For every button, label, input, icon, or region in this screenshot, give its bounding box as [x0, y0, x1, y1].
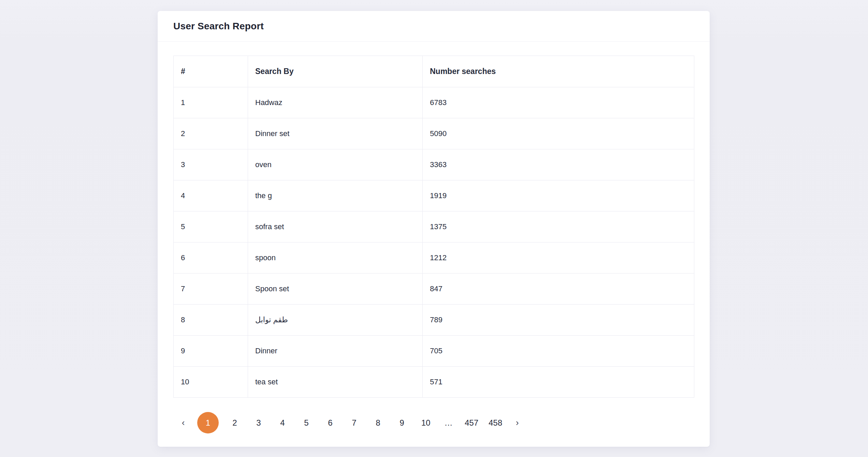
cell-search-term: Dinner set — [248, 118, 423, 149]
cell-number-searches: 1212 — [423, 242, 694, 274]
table-row: 5 sofra set 1375 — [174, 211, 694, 242]
cell-number-searches: 789 — [423, 305, 694, 336]
cell-number-searches: 5090 — [423, 118, 694, 149]
table-body: 1 Hadwaz 6783 2 Dinner set 5090 3 oven 3… — [174, 87, 694, 398]
pagination-page-8[interactable]: 8 — [370, 412, 386, 433]
cell-index: 9 — [174, 336, 248, 367]
table-header-row: # Search By Number searches — [174, 56, 694, 87]
cell-index: 6 — [174, 242, 248, 274]
pagination-page-457[interactable]: 457 — [464, 412, 479, 433]
cell-search-term: oven — [248, 149, 423, 180]
pagination-page-6[interactable]: 6 — [322, 412, 338, 433]
pagination-page-3[interactable]: 3 — [251, 412, 266, 433]
pagination-page-4[interactable]: 4 — [275, 412, 290, 433]
cell-number-searches: 3363 — [423, 149, 694, 180]
pagination-prev-button[interactable]: ‹ — [177, 412, 189, 433]
cell-search-term: sofra set — [248, 211, 423, 242]
cell-search-term: طقم توابل — [248, 305, 423, 336]
cell-search-term: Hadwaz — [248, 87, 423, 118]
table-row: 6 spoon 1212 — [174, 242, 694, 274]
cell-number-searches: 6783 — [423, 87, 694, 118]
cell-index: 4 — [174, 180, 248, 211]
card-header: User Search Report — [158, 11, 710, 42]
pagination-next-button[interactable]: › — [511, 412, 523, 433]
pagination-page-7[interactable]: 7 — [346, 412, 362, 433]
search-report-table: # Search By Number searches 1 Hadwaz 678… — [173, 56, 694, 398]
cell-search-term: Dinner — [248, 336, 423, 367]
pagination-page-1[interactable]: 1 — [197, 412, 219, 433]
cell-index: 2 — [174, 118, 248, 149]
card-body: # Search By Number searches 1 Hadwaz 678… — [158, 42, 710, 433]
table-row: 9 Dinner 705 — [174, 336, 694, 367]
pagination-page-9[interactable]: 9 — [394, 412, 410, 433]
column-header-number-searches: Number searches — [423, 56, 694, 87]
table-row: 8 طقم توابل 789 — [174, 305, 694, 336]
table-row: 3 oven 3363 — [174, 149, 694, 180]
pagination-page-5[interactable]: 5 — [299, 412, 314, 433]
table-row: 4 the g 1919 — [174, 180, 694, 211]
table-row: 1 Hadwaz 6783 — [174, 87, 694, 118]
table-row: 2 Dinner set 5090 — [174, 118, 694, 149]
cell-number-searches: 847 — [423, 274, 694, 305]
page-background: User Search Report # Search By Number se… — [0, 0, 868, 457]
report-card: User Search Report # Search By Number se… — [158, 11, 710, 447]
column-header-search-by: Search By — [248, 56, 423, 87]
cell-search-term: Spoon set — [248, 274, 423, 305]
cell-index: 3 — [174, 149, 248, 180]
pagination-ellipsis: ... — [442, 412, 455, 433]
column-header-index: # — [174, 56, 248, 87]
cell-index: 10 — [174, 367, 248, 398]
pagination-page-10[interactable]: 10 — [418, 412, 434, 433]
cell-number-searches: 571 — [423, 367, 694, 398]
cell-search-term: spoon — [248, 242, 423, 274]
cell-index: 8 — [174, 305, 248, 336]
cell-number-searches: 1375 — [423, 211, 694, 242]
cell-search-term: tea set — [248, 367, 423, 398]
cell-index: 1 — [174, 87, 248, 118]
pagination-page-2[interactable]: 2 — [227, 412, 243, 433]
table-row: 7 Spoon set 847 — [174, 274, 694, 305]
cell-index: 5 — [174, 211, 248, 242]
cell-number-searches: 705 — [423, 336, 694, 367]
pagination: ‹12345678910...457458› — [173, 412, 694, 433]
table-row: 10 tea set 571 — [174, 367, 694, 398]
cell-number-searches: 1919 — [423, 180, 694, 211]
page-title: User Search Report — [173, 21, 264, 32]
cell-index: 7 — [174, 274, 248, 305]
pagination-page-458[interactable]: 458 — [488, 412, 503, 433]
cell-search-term: the g — [248, 180, 423, 211]
